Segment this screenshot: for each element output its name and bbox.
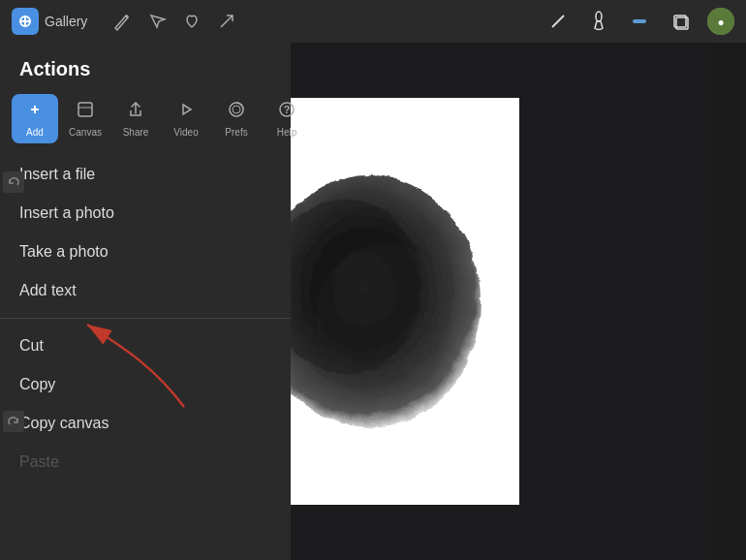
tab-video-label: Video xyxy=(173,127,198,138)
gallery-button[interactable]: Gallery xyxy=(12,8,87,35)
svg-point-17 xyxy=(233,106,240,113)
transform-icon[interactable] xyxy=(178,8,205,35)
smudge-icon[interactable] xyxy=(626,8,653,35)
tab-prefs-label: Prefs xyxy=(225,127,247,138)
gallery-icon xyxy=(12,8,39,35)
svg-text:●: ● xyxy=(717,16,724,29)
select-icon[interactable] xyxy=(143,8,171,35)
tab-help-label: Help xyxy=(277,127,297,138)
sidebar-panel: Actions Add Canvas xyxy=(0,43,291,560)
actions-title: Actions xyxy=(0,43,291,90)
tab-canvas[interactable]: Canvas xyxy=(62,94,109,143)
tab-bar: Add Canvas Share xyxy=(0,90,291,151)
brush-icon[interactable] xyxy=(585,8,612,35)
layers-icon[interactable] xyxy=(667,8,694,35)
tab-canvas-label: Canvas xyxy=(69,127,102,138)
tab-share-label: Share xyxy=(123,127,149,138)
left-edge-toolbar xyxy=(0,43,27,560)
menu-section-2: Cut Copy Copy canvas Paste xyxy=(0,323,291,485)
gallery-label: Gallery xyxy=(45,14,87,29)
undo-icon[interactable] xyxy=(3,171,24,193)
svg-rect-5 xyxy=(633,19,646,23)
canvas-tab-icon xyxy=(76,100,95,124)
add-tab-icon xyxy=(25,100,45,124)
take-photo-item[interactable]: Take a photo xyxy=(0,233,291,271)
svg-marker-15 xyxy=(183,105,191,114)
avatar[interactable]: ● xyxy=(707,8,734,35)
tab-prefs[interactable]: Prefs xyxy=(213,94,260,143)
top-bar: Gallery xyxy=(0,0,746,43)
svg-point-4 xyxy=(596,12,602,21)
paste-item: Paste xyxy=(0,443,291,482)
copy-item[interactable]: Copy xyxy=(0,365,291,404)
redo-icon[interactable] xyxy=(3,411,24,432)
menu-divider-1 xyxy=(0,318,291,319)
tab-share[interactable]: Share xyxy=(112,94,159,143)
prefs-tab-icon xyxy=(227,100,246,124)
svg-line-3 xyxy=(552,16,564,27)
share-tab-icon xyxy=(126,100,145,124)
insert-photo-item[interactable]: Insert a photo xyxy=(0,194,291,233)
cut-item[interactable]: Cut xyxy=(0,327,291,365)
insert-file-item[interactable]: Insert a file xyxy=(0,155,291,194)
copy-canvas-item[interactable]: Copy canvas xyxy=(0,404,291,443)
tab-video[interactable]: Video xyxy=(163,94,209,143)
top-bar-right: ● xyxy=(544,8,734,35)
svg-text:?: ? xyxy=(284,104,291,115)
top-bar-tools xyxy=(109,8,240,35)
tab-add-label: Add xyxy=(26,127,44,138)
arrow-icon[interactable] xyxy=(213,8,240,35)
svg-rect-13 xyxy=(78,103,92,116)
modify-icon[interactable] xyxy=(109,8,136,35)
help-tab-icon: ? xyxy=(277,100,296,124)
add-text-item[interactable]: Add text xyxy=(0,271,291,310)
top-bar-left: Gallery xyxy=(12,8,240,35)
pen-tool-icon[interactable] xyxy=(544,8,572,35)
menu-section-1: Insert a file Insert a photo Take a phot… xyxy=(0,151,291,314)
video-tab-icon xyxy=(176,100,196,124)
svg-point-22 xyxy=(316,243,451,398)
tab-help[interactable]: ? Help xyxy=(264,94,310,143)
